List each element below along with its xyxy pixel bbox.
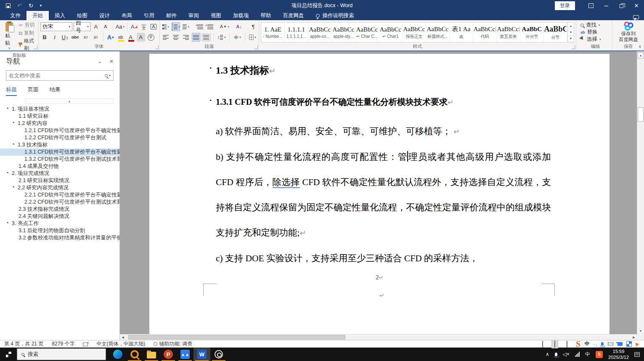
nav-search-dropdown-icon[interactable]: ▾ <box>109 74 111 77</box>
taskbar-app-word[interactable]: W <box>193 348 210 361</box>
redo-icon[interactable]: ↻ <box>29 3 33 8</box>
style-item-7[interactable]: AaBbCc标题样式... <box>426 23 450 42</box>
nav-heading-item-9[interactable]: ▸2. 项目完成情况 <box>0 170 119 177</box>
ime-skin-icon[interactable] <box>617 342 623 346</box>
action-center-icon[interactable] <box>634 352 640 357</box>
style-item-3[interactable]: AaBbCcapple-sty... <box>332 23 355 42</box>
ribbon-tab-7[interactable]: 邮件 <box>160 11 183 20</box>
nav-heading-item-17[interactable]: 3.1 后处理封闭物面自动分割 <box>0 227 119 234</box>
multilevel-list-button[interactable] <box>182 22 190 31</box>
start-button[interactable] <box>0 348 17 361</box>
save-to-baidu-button[interactable]: 保存到 百度网盘 <box>614 21 642 43</box>
tray-volume-muted-icon[interactable]: ◁× <box>563 351 570 357</box>
language-indicator[interactable]: 中文(简体，中国大陆) <box>96 340 145 348</box>
bold-button[interactable]: B <box>40 33 49 42</box>
ime-mode-indicator[interactable]: 中 <box>585 340 590 348</box>
tray-ime-mode[interactable]: 中 <box>585 351 590 358</box>
taskbar-clock[interactable]: 15:59 2025/3/12 <box>608 348 629 361</box>
character-border-button[interactable]: A <box>149 22 158 31</box>
italic-button[interactable]: I <box>50 33 59 42</box>
taskbar-app-settings[interactable] <box>210 348 227 361</box>
styles-more-button[interactable]: ▼ <box>568 36 574 42</box>
taskbar-app-file-explorer[interactable] <box>143 348 160 361</box>
tray-network-icon[interactable] <box>575 352 580 357</box>
line-spacing-button[interactable]: ↕ <box>217 33 227 42</box>
collapse-arrow-icon[interactable]: ▸ <box>6 171 11 176</box>
nav-heading-item-18[interactable]: 3.2 参数校准功能对结果精度和计算量的平衡 <box>0 234 119 242</box>
ribbon-tab-6[interactable]: 引用 <box>138 11 160 20</box>
ribbon-tab-0[interactable]: 文件 <box>4 11 27 20</box>
style-item-1[interactable]: 1.1.1.11.1.1.1.1... <box>285 23 308 42</box>
paste-button[interactable]: 粘贴 ▾ <box>2 21 17 52</box>
text-effects-button[interactable]: A <box>106 33 115 42</box>
ribbon-tab-1[interactable]: 开始 <box>27 11 49 20</box>
nav-search-icon[interactable] <box>105 74 108 77</box>
web-layout-button[interactable] <box>564 340 570 348</box>
select-button[interactable]: 选择▾ <box>580 36 610 43</box>
taskbar-app-edge[interactable] <box>109 348 126 361</box>
nav-heading-item-16[interactable]: ▸3. 亮点工作 <box>0 220 119 227</box>
show-marks-button[interactable]: ¶ <box>249 22 257 31</box>
character-shading-button[interactable]: A <box>137 33 145 42</box>
nav-heading-item-1[interactable]: 1.1 研究目标 <box>0 113 119 120</box>
ribbon-tab-8[interactable]: 审阅 <box>183 11 205 20</box>
undo-icon[interactable]: ↶ <box>17 3 22 8</box>
align-right-button[interactable] <box>182 33 190 42</box>
format-painter-button[interactable]: 格式刷 <box>19 37 36 52</box>
tray-expand-icon[interactable]: ∧ <box>546 351 549 357</box>
scroll-right-arrow[interactable]: ▶ <box>631 336 637 339</box>
style-item-12[interactable]: AaBbC分节 <box>544 23 567 42</box>
collapse-arrow-icon[interactable]: ▸ <box>6 106 11 112</box>
nav-heading-item-8[interactable]: 1.4 成果及交付物 <box>0 163 119 170</box>
ime-keyboard-icon[interactable] <box>608 342 613 346</box>
style-item-0[interactable]: 1. AaE- Numbe... <box>261 23 285 42</box>
taskbar-app-powerpoint[interactable]: P <box>160 348 177 361</box>
nav-tab-2[interactable]: 结果 <box>50 86 61 96</box>
scroll-down-arrow[interactable]: ▼ <box>637 328 644 334</box>
nav-heading-item-15[interactable]: 2.4 关键问题解决情况 <box>0 213 119 220</box>
comments-icon[interactable] <box>633 15 639 19</box>
enclose-characters-button[interactable]: 字 <box>147 33 155 42</box>
horizontal-scroll-thumb[interactable] <box>128 335 345 340</box>
align-left-button[interactable] <box>162 33 170 42</box>
styles-dialog-launcher[interactable] <box>571 45 575 49</box>
ribbon-tab-5[interactable]: 布局 <box>116 11 138 20</box>
nav-close-icon[interactable]: ✕ <box>109 58 114 64</box>
nav-options-icon[interactable]: ⌄ <box>98 58 102 64</box>
doc-heading-2[interactable]: ▪1.3.1 CFD 软件可信度评价平台不确定性量化分析模块技术要求↵ <box>216 96 551 108</box>
vertical-scrollbar[interactable]: ▲ ▼ <box>637 51 644 334</box>
ribbon-tab-2[interactable]: 插入 <box>49 11 71 20</box>
tray-sogou-icon[interactable]: S <box>596 351 603 358</box>
bullets-button[interactable] <box>162 22 170 31</box>
clear-formatting-button[interactable]: A◢ <box>130 22 138 31</box>
shrink-font-button[interactable]: Aˇ <box>102 22 110 31</box>
styles-scroll-up[interactable]: ▲ <box>568 23 574 29</box>
nav-heading-item-3[interactable]: 1.2.1 CFD软件可信度评价平台不确定性量化... <box>0 127 119 134</box>
nav-heading-item-2[interactable]: ▸1.2 研究内容 <box>0 120 119 127</box>
ime-punctuation-icon[interactable]: ·, <box>594 341 597 347</box>
ribbon-tab-12[interactable]: 百度网盘 <box>277 11 310 20</box>
tell-me-search[interactable]: 操作说明搜索 <box>316 11 354 20</box>
superscript-button[interactable]: x2 <box>92 33 100 42</box>
taskbar-app-sogou-browser[interactable] <box>126 348 143 361</box>
text-highlight-button[interactable]: ab <box>117 33 125 42</box>
restore-button[interactable] <box>614 0 629 11</box>
read-mode-button[interactable] <box>540 340 546 348</box>
doc-heading-1[interactable]: ▪1.3 技术指标↵ <box>216 64 551 77</box>
save-icon[interactable] <box>6 3 11 8</box>
nav-heading-item-13[interactable]: 2.2.2 CFD软件可信度评价平台测试技术要求 <box>0 199 119 206</box>
nav-heading-item-4[interactable]: 1.2.2 CFD软件可信度评价平台测试 <box>0 134 119 141</box>
nav-heading-item-10[interactable]: 2.1 研究目标实现情况 <box>0 177 119 184</box>
replace-button[interactable]: ab替换 <box>580 29 610 36</box>
increase-indent-button[interactable]: ▸ <box>206 22 215 31</box>
style-item-10[interactable]: AaBbCcDc第五层条 <box>497 23 520 42</box>
font-size-combo[interactable]: 四号▾ <box>74 22 91 31</box>
sogou-logo-icon[interactable]: S <box>575 339 581 349</box>
style-item-2[interactable]: AaBbCcapple-co... <box>308 23 332 42</box>
ribbon-tab-9[interactable]: 视图 <box>205 11 227 20</box>
nav-scroll-up-strip[interactable]: ▲ <box>25 98 114 104</box>
page-indicator[interactable]: 第 4 页，共 21 页 <box>4 340 43 348</box>
font-name-combo[interactable]: 仿宋▾ <box>40 22 72 31</box>
collapse-arrow-icon[interactable]: ▸ <box>12 121 17 126</box>
scroll-left-arrow[interactable]: ◀ <box>120 336 126 339</box>
